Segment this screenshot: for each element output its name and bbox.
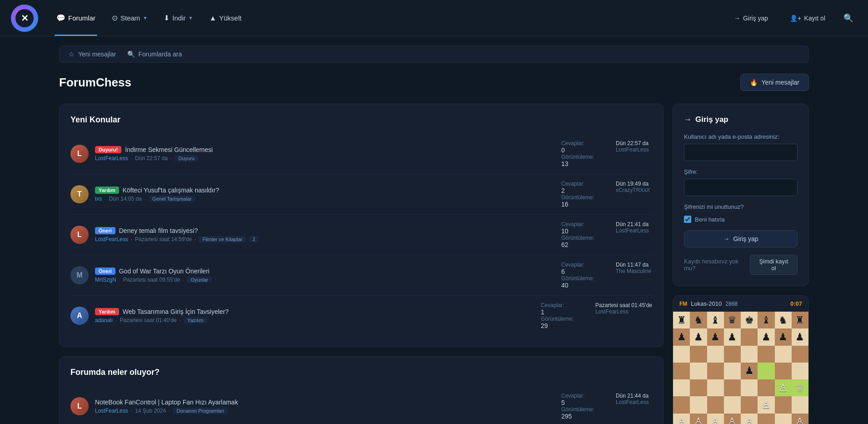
login-icon: → bbox=[734, 15, 740, 22]
chess-cell bbox=[673, 346, 690, 363]
last-post-stat: Dün 21:44 da LostFearLess bbox=[616, 393, 652, 405]
last-post-stat: Dün 19:49 da xCrazyTRXxX bbox=[616, 181, 652, 193]
badge: Öneri bbox=[95, 268, 115, 275]
forum-search-bar-item[interactable]: 🔍 Forumlarda ara bbox=[127, 50, 182, 58]
topic-item[interactable]: L Öneri Deney temalı film tavsiyesi? Los… bbox=[70, 215, 652, 255]
nav-label-steam: Steam bbox=[120, 14, 140, 22]
category-tag[interactable]: Genel Tartışmalar bbox=[149, 196, 195, 202]
indir-arrow-icon: ▼ bbox=[188, 15, 193, 20]
topic-author: adanalı bbox=[95, 317, 113, 323]
replies-label: Cevaplar: bbox=[561, 140, 598, 146]
views-label: Görüntüleme: bbox=[561, 194, 598, 201]
topic-stats: Cevaplar: 6 Görüntüleme: 40 Dün 11:47 da… bbox=[561, 262, 652, 289]
replies-value: 1 bbox=[541, 308, 577, 316]
topic-title[interactable]: Web Tasarımına Giriş İçin Tavsiyeler? bbox=[123, 308, 229, 315]
chess-cell bbox=[741, 328, 758, 345]
chess-cell bbox=[741, 379, 758, 396]
category-tag[interactable]: Filmler ve Kitaplar bbox=[199, 236, 246, 242]
chess-cell bbox=[673, 379, 690, 396]
topic-title[interactable]: İndirme Sekmesi Güncellemesi bbox=[125, 146, 213, 153]
last-user: LostFearLess bbox=[616, 227, 652, 234]
chess-cell: ♙ bbox=[690, 414, 707, 424]
chess-cell: ♙ bbox=[758, 396, 774, 413]
last-user: LostFearLess bbox=[595, 308, 652, 315]
remember-checkbox[interactable] bbox=[684, 216, 691, 223]
chess-cell bbox=[707, 346, 724, 363]
badge: Yardım bbox=[95, 308, 119, 315]
search-icon[interactable]: 🔍 bbox=[840, 10, 857, 27]
last-post-stat: Pazartesi saat 01:45'de LostFearLess bbox=[595, 302, 652, 315]
topic-item[interactable]: M Öneri God of War Tarzı Oyun Önerileri … bbox=[70, 255, 652, 296]
topic-date: Dün 14:05 da bbox=[109, 196, 142, 202]
topic-author: LostFearLess bbox=[95, 155, 128, 162]
topic-title[interactable]: Deney temalı film tavsiyesi? bbox=[119, 227, 198, 234]
category-tag[interactable]: Duyuru bbox=[175, 155, 198, 162]
topic-item[interactable]: L Duyuru! İndirme Sekmesi Güncellemesi L… bbox=[70, 134, 652, 174]
category-tag[interactable]: Oyunlar bbox=[187, 277, 212, 283]
topic-meta: LostFearLess · 14 Şub 2024 · Donanım Pro… bbox=[95, 408, 555, 414]
chess-cell bbox=[792, 363, 808, 379]
replies-label: Cevaplar: bbox=[561, 393, 598, 399]
register-now-button[interactable]: Şimdi kayıt ol bbox=[750, 255, 798, 275]
replies-stat: Cevaplar: 5 Görüntüleme: 295 bbox=[561, 393, 598, 420]
views-label: Görüntüleme: bbox=[561, 235, 598, 241]
nav-item-forumlar[interactable]: 💬 Forumlar bbox=[49, 10, 103, 26]
topic-date: Pazartesi saat 09:55'de bbox=[123, 277, 180, 283]
badge: Yardım bbox=[95, 187, 119, 194]
chess-cell: ♟ bbox=[741, 363, 758, 379]
chess-cell: ♜ bbox=[673, 312, 690, 328]
chess-cell bbox=[758, 414, 774, 424]
page-title: ForumChess bbox=[59, 76, 131, 90]
login-card-icon: → bbox=[684, 115, 692, 124]
last-user: The Masculine bbox=[616, 268, 652, 274]
chess-header: FM Lukas-2010 2868 0:07 bbox=[673, 296, 808, 312]
last-user: LostFearLess bbox=[616, 399, 652, 405]
register-icon: 👤+ bbox=[790, 15, 801, 22]
login-card-title: → Giriş yap bbox=[684, 115, 798, 124]
forgot-password-link[interactable]: Şifrenizi mi unuttunuz? bbox=[684, 203, 798, 210]
new-message-button[interactable]: 🔥 Yeni mesajlar bbox=[740, 74, 809, 91]
nav-links: 💬 Forumlar ⊙ Steam ▼ ⬇ İndir ▼ ▲ Yükselt bbox=[49, 10, 727, 26]
chess-player-name: Lukas-2010 bbox=[691, 300, 722, 307]
register-button[interactable]: 👤+ Kayıt ol bbox=[783, 11, 833, 25]
new-messages-bar-item[interactable]: ☆ Yeni mesajlar bbox=[69, 50, 116, 58]
steam-icon: ⊙ bbox=[112, 14, 118, 22]
topic-date: Dün 22:57 da bbox=[135, 155, 168, 162]
username-input[interactable] bbox=[684, 144, 798, 161]
chess-cell bbox=[741, 396, 758, 413]
topic-item[interactable]: L NoteBook FanControl | Laptop Fan Hızı … bbox=[70, 386, 652, 424]
logo[interactable]: ✕ bbox=[11, 5, 38, 32]
topic-item[interactable]: A Yardım Web Tasarımına Giriş İçin Tavsi… bbox=[70, 296, 652, 336]
login-button[interactable]: → Giriş yap bbox=[727, 11, 775, 25]
password-input[interactable] bbox=[684, 179, 798, 196]
topic-stats: Cevaplar: 1 Görüntüleme: 29 Pazartesi sa… bbox=[541, 302, 652, 329]
topic-title[interactable]: NoteBook FanControl | Laptop Fan Hızı Ay… bbox=[95, 399, 238, 406]
chess-cell bbox=[690, 396, 707, 413]
nav-label-yukselt: Yükselt bbox=[219, 14, 241, 22]
topic-author: txs bbox=[95, 196, 102, 202]
nav-item-steam[interactable]: ⊙ Steam ▼ bbox=[105, 10, 155, 26]
views-value: 16 bbox=[561, 201, 598, 208]
topic-info: Öneri God of War Tarzı Oyun Önerileri Mr… bbox=[95, 268, 555, 283]
replies-label: Cevaplar: bbox=[561, 181, 598, 187]
category-tag[interactable]: Donanım Programları bbox=[173, 408, 228, 414]
category-tag[interactable]: Yazılım bbox=[184, 317, 207, 323]
nav-label-indir: İndir bbox=[172, 14, 185, 22]
topic-title[interactable]: God of War Tarzı Oyun Önerileri bbox=[119, 268, 210, 275]
nav-item-yukselt[interactable]: ▲ Yükselt bbox=[202, 10, 249, 26]
chess-cell: ♜ bbox=[792, 312, 808, 328]
topic-item[interactable]: T Yardım Köfteci Yusuf'ta çalışmak nasıl… bbox=[70, 174, 652, 215]
chess-cell bbox=[690, 346, 707, 363]
topic-title[interactable]: Köfteci Yusuf'ta çalışmak nasıldır? bbox=[123, 187, 219, 194]
chess-cell bbox=[690, 363, 707, 379]
chess-cell: ♙ bbox=[775, 379, 792, 396]
nav-item-indir[interactable]: ⬇ İndir ▼ bbox=[156, 10, 200, 26]
chess-cell bbox=[741, 346, 758, 363]
topic-meta: txs · Dün 14:05 da · Genel Tartışmalar bbox=[95, 196, 555, 202]
last-date: Dün 22:57 da bbox=[616, 140, 652, 146]
views-value: 13 bbox=[561, 160, 598, 167]
remember-row: Beni hatırla bbox=[684, 216, 798, 223]
views-value: 62 bbox=[561, 241, 598, 248]
login-submit-button[interactable]: → Giriş yap bbox=[684, 230, 798, 247]
chess-cell: ♙ bbox=[707, 414, 724, 424]
